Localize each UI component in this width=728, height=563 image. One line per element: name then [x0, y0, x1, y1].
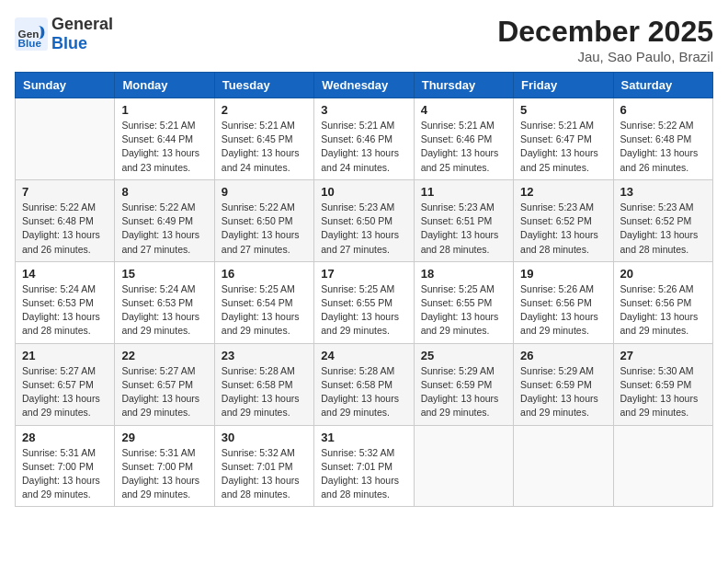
calendar-cell: 4Sunrise: 5:21 AMSunset: 6:46 PMDaylight…	[414, 98, 513, 180]
calendar-cell: 27Sunrise: 5:30 AMSunset: 6:59 PMDayligh…	[613, 343, 712, 425]
weekday-header-row: SundayMondayTuesdayWednesdayThursdayFrid…	[16, 73, 713, 98]
calendar-cell: 1Sunrise: 5:21 AMSunset: 6:44 PMDaylight…	[115, 98, 214, 180]
day-number: 28	[22, 431, 108, 444]
cell-info: Sunrise: 5:24 AMSunset: 6:53 PMDaylight:…	[121, 282, 207, 339]
day-number: 21	[22, 349, 108, 362]
calendar-cell: 23Sunrise: 5:28 AMSunset: 6:58 PMDayligh…	[214, 343, 313, 425]
day-number: 2	[222, 103, 307, 117]
calendar-cell: 22Sunrise: 5:27 AMSunset: 6:57 PMDayligh…	[115, 343, 214, 425]
cell-info: Sunrise: 5:21 AMSunset: 6:45 PMDaylight:…	[222, 119, 307, 175]
calendar-cell: 29Sunrise: 5:31 AMSunset: 7:00 PMDayligh…	[115, 425, 214, 507]
page-header: Gen Blue General Blue December 2025 Jau,…	[15, 15, 713, 64]
calendar-week-row: 21Sunrise: 5:27 AMSunset: 6:57 PMDayligh…	[16, 343, 713, 425]
logo-icon: Gen Blue	[15, 17, 48, 51]
weekday-header-tuesday: Tuesday	[214, 73, 313, 98]
cell-info: Sunrise: 5:22 AMSunset: 6:50 PMDaylight:…	[222, 201, 307, 257]
day-number: 5	[520, 103, 606, 117]
location: Jau, Sao Paulo, Brazil	[497, 49, 713, 64]
calendar-cell: 2Sunrise: 5:21 AMSunset: 6:45 PMDaylight…	[214, 98, 313, 180]
day-number: 15	[121, 267, 207, 281]
calendar-cell: 9Sunrise: 5:22 AMSunset: 6:50 PMDaylight…	[214, 179, 313, 261]
cell-info: Sunrise: 5:23 AMSunset: 6:52 PMDaylight:…	[520, 201, 606, 257]
day-number: 27	[620, 349, 706, 362]
calendar-cell: 25Sunrise: 5:29 AMSunset: 6:59 PMDayligh…	[414, 343, 513, 425]
weekday-header-wednesday: Wednesday	[314, 73, 414, 98]
day-number: 6	[620, 103, 706, 117]
cell-info: Sunrise: 5:27 AMSunset: 6:57 PMDaylight:…	[22, 364, 108, 420]
day-number: 25	[421, 349, 506, 362]
day-number: 24	[321, 349, 406, 362]
cell-info: Sunrise: 5:21 AMSunset: 6:46 PMDaylight:…	[421, 119, 506, 175]
calendar-cell: 11Sunrise: 5:23 AMSunset: 6:51 PMDayligh…	[414, 179, 513, 261]
calendar-cell	[16, 98, 115, 180]
day-number: 16	[222, 267, 307, 281]
cell-info: Sunrise: 5:32 AMSunset: 7:01 PMDaylight:…	[321, 446, 406, 502]
cell-info: Sunrise: 5:21 AMSunset: 6:47 PMDaylight:…	[520, 119, 606, 175]
cell-info: Sunrise: 5:27 AMSunset: 6:57 PMDaylight:…	[121, 364, 207, 420]
cell-info: Sunrise: 5:31 AMSunset: 7:00 PMDaylight:…	[121, 446, 207, 502]
day-number: 23	[222, 349, 307, 362]
cell-info: Sunrise: 5:25 AMSunset: 6:55 PMDaylight:…	[421, 282, 506, 339]
calendar-cell	[514, 425, 613, 507]
cell-info: Sunrise: 5:26 AMSunset: 6:56 PMDaylight:…	[620, 282, 706, 339]
day-number: 17	[321, 267, 406, 281]
calendar-cell: 13Sunrise: 5:23 AMSunset: 6:52 PMDayligh…	[613, 179, 712, 261]
day-number: 22	[121, 349, 207, 362]
calendar-cell: 6Sunrise: 5:22 AMSunset: 6:48 PMDaylight…	[613, 98, 712, 180]
calendar-cell: 24Sunrise: 5:28 AMSunset: 6:58 PMDayligh…	[314, 343, 414, 425]
cell-info: Sunrise: 5:24 AMSunset: 6:53 PMDaylight:…	[22, 282, 108, 339]
month-title: December 2025	[497, 15, 713, 49]
weekday-header-friday: Friday	[514, 73, 613, 98]
day-number: 30	[222, 431, 307, 444]
calendar-cell: 15Sunrise: 5:24 AMSunset: 6:53 PMDayligh…	[115, 261, 214, 343]
calendar-cell: 26Sunrise: 5:29 AMSunset: 6:59 PMDayligh…	[514, 343, 613, 425]
calendar-cell: 5Sunrise: 5:21 AMSunset: 6:47 PMDaylight…	[514, 98, 613, 180]
cell-info: Sunrise: 5:31 AMSunset: 7:00 PMDaylight:…	[22, 446, 108, 502]
cell-info: Sunrise: 5:26 AMSunset: 6:56 PMDaylight:…	[520, 282, 606, 339]
cell-info: Sunrise: 5:32 AMSunset: 7:01 PMDaylight:…	[222, 446, 307, 502]
calendar-table: SundayMondayTuesdayWednesdayThursdayFrid…	[15, 72, 713, 507]
logo-general-text: General	[51, 15, 113, 33]
day-number: 20	[620, 267, 706, 281]
day-number: 18	[421, 267, 506, 281]
day-number: 14	[22, 267, 108, 281]
calendar-week-row: 14Sunrise: 5:24 AMSunset: 6:53 PMDayligh…	[16, 261, 713, 343]
cell-info: Sunrise: 5:22 AMSunset: 6:49 PMDaylight:…	[121, 201, 207, 257]
day-number: 3	[321, 103, 406, 117]
day-number: 7	[22, 185, 108, 199]
cell-info: Sunrise: 5:28 AMSunset: 6:58 PMDaylight:…	[321, 364, 406, 420]
weekday-header-saturday: Saturday	[613, 73, 712, 98]
calendar-cell: 31Sunrise: 5:32 AMSunset: 7:01 PMDayligh…	[314, 425, 414, 507]
logo-blue-text: Blue	[51, 34, 87, 52]
cell-info: Sunrise: 5:23 AMSunset: 6:50 PMDaylight:…	[321, 201, 406, 257]
title-block: December 2025 Jau, Sao Paulo, Brazil	[497, 15, 713, 64]
calendar-cell: 19Sunrise: 5:26 AMSunset: 6:56 PMDayligh…	[514, 261, 613, 343]
calendar-cell: 12Sunrise: 5:23 AMSunset: 6:52 PMDayligh…	[514, 179, 613, 261]
weekday-header-sunday: Sunday	[16, 73, 115, 98]
calendar-cell: 7Sunrise: 5:22 AMSunset: 6:48 PMDaylight…	[16, 179, 115, 261]
calendar-cell: 14Sunrise: 5:24 AMSunset: 6:53 PMDayligh…	[16, 261, 115, 343]
day-number: 13	[620, 185, 706, 199]
calendar-week-row: 7Sunrise: 5:22 AMSunset: 6:48 PMDaylight…	[16, 179, 713, 261]
day-number: 19	[520, 267, 606, 281]
cell-info: Sunrise: 5:25 AMSunset: 6:54 PMDaylight:…	[222, 282, 307, 339]
calendar-cell: 18Sunrise: 5:25 AMSunset: 6:55 PMDayligh…	[414, 261, 513, 343]
day-number: 26	[520, 349, 606, 362]
cell-info: Sunrise: 5:25 AMSunset: 6:55 PMDaylight:…	[321, 282, 406, 339]
cell-info: Sunrise: 5:28 AMSunset: 6:58 PMDaylight:…	[222, 364, 307, 420]
day-number: 29	[121, 431, 207, 444]
calendar-week-row: 1Sunrise: 5:21 AMSunset: 6:44 PMDaylight…	[16, 98, 713, 180]
weekday-header-monday: Monday	[115, 73, 214, 98]
day-number: 12	[520, 185, 606, 199]
cell-info: Sunrise: 5:21 AMSunset: 6:44 PMDaylight:…	[121, 119, 207, 175]
svg-text:Blue: Blue	[18, 37, 42, 49]
calendar-cell: 21Sunrise: 5:27 AMSunset: 6:57 PMDayligh…	[16, 343, 115, 425]
day-number: 9	[222, 185, 307, 199]
calendar-week-row: 28Sunrise: 5:31 AMSunset: 7:00 PMDayligh…	[16, 425, 713, 507]
cell-info: Sunrise: 5:21 AMSunset: 6:46 PMDaylight:…	[321, 119, 406, 175]
calendar-cell: 10Sunrise: 5:23 AMSunset: 6:50 PMDayligh…	[314, 179, 414, 261]
cell-info: Sunrise: 5:23 AMSunset: 6:52 PMDaylight:…	[620, 201, 706, 257]
calendar-cell	[414, 425, 513, 507]
cell-info: Sunrise: 5:22 AMSunset: 6:48 PMDaylight:…	[22, 201, 108, 257]
calendar-cell: 28Sunrise: 5:31 AMSunset: 7:00 PMDayligh…	[16, 425, 115, 507]
